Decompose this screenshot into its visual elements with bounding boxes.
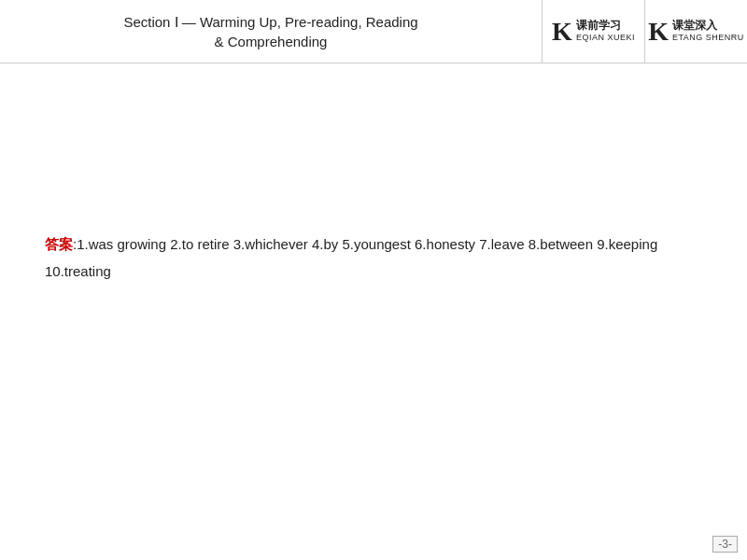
btn1-main: 课前学习 [576,19,621,34]
btn2-sub: ETANG SHENRU [672,33,744,44]
page-number: -3- [712,536,738,553]
keqian-xueki-button[interactable]: K 课前学习 EQIAN XUEKI [542,0,644,63]
btn1-text: 课前学习 EQIAN XUEKI [576,19,635,44]
btn1-sub: EQIAN XUEKI [576,33,635,44]
ketang-shenru-button[interactable]: K 课堂深入 ETANG SHENRU [644,0,747,63]
title-line2: & Comprehending [123,32,417,51]
header: Section Ⅰ — Warming Up, Pre-reading, Rea… [0,0,747,63]
k-icon-2: K [648,19,669,45]
answer-block: 答案:1.was growing 2.to retire 3.whichever… [45,231,702,285]
btn2-text: 课堂深入 ETANG SHENRU [672,19,744,44]
k-icon-1: K [552,19,572,45]
answer-label: 答案 [45,236,73,252]
title-line1: Section Ⅰ — Warming Up, Pre-reading, Rea… [123,12,417,32]
answer-content: :1.was growing 2.to retire 3.whichever 4… [45,236,657,279]
main-content: 答案:1.was growing 2.to retire 3.whichever… [0,63,747,303]
btn2-main: 课堂深入 [672,19,717,34]
section-title: Section Ⅰ — Warming Up, Pre-reading, Rea… [0,12,542,51]
